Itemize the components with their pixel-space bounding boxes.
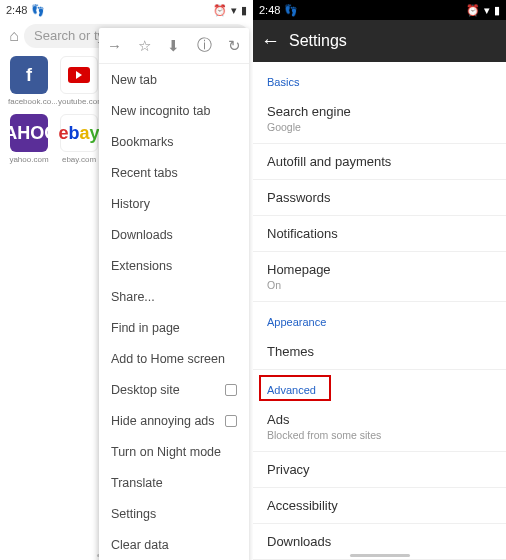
menu-translate[interactable]: Translate xyxy=(99,467,249,498)
alarm-icon: ⏰ xyxy=(213,4,227,17)
setting-sub: On xyxy=(267,279,492,291)
yahoo-icon: YAHOO! xyxy=(10,114,48,152)
home-icon[interactable]: ⌂ xyxy=(4,27,24,45)
setting-sub: Google xyxy=(267,121,492,133)
menu-desktop-site[interactable]: Desktop site xyxy=(99,374,249,405)
section-appearance: Appearance xyxy=(253,302,506,334)
menu-find-in-page[interactable]: Find in page xyxy=(99,312,249,343)
status-time: 2:48 xyxy=(259,4,280,16)
menu-downloads[interactable]: Downloads xyxy=(99,219,249,250)
tile-youtube[interactable]: youtube.com xyxy=(58,56,100,106)
wifi-icon: ▾ xyxy=(231,4,237,17)
section-basics: Basics xyxy=(253,62,506,94)
setting-sub: Blocked from some sites xyxy=(267,429,492,441)
tile-ebay[interactable]: ebay ebay.com xyxy=(58,114,100,164)
setting-title: Search engine xyxy=(267,104,492,119)
menu-recent-tabs[interactable]: Recent tabs xyxy=(99,157,249,188)
setting-notifications[interactable]: Notifications xyxy=(253,216,506,252)
tile-label: ebay.com xyxy=(58,155,100,164)
checkbox-icon[interactable] xyxy=(225,384,237,396)
status-bar-right: 2:48 👣 ⏰ ▾ ▮ xyxy=(253,0,506,20)
menu-bookmarks[interactable]: Bookmarks xyxy=(99,126,249,157)
tile-label: facebook.co... xyxy=(8,97,50,106)
tile-yahoo[interactable]: YAHOO! yahoo.com xyxy=(8,114,50,164)
ebay-icon: ebay xyxy=(60,114,98,152)
checkbox-icon[interactable] xyxy=(225,415,237,427)
facebook-icon: f xyxy=(10,56,48,94)
setting-title: Ads xyxy=(267,412,492,427)
settings-title: Settings xyxy=(289,32,347,50)
alarm-icon: ⏰ xyxy=(466,4,480,17)
menu-history[interactable]: History xyxy=(99,188,249,219)
back-icon[interactable]: ← xyxy=(261,30,289,52)
forward-icon[interactable]: → xyxy=(107,37,122,54)
info-icon[interactable]: ⓘ xyxy=(197,36,212,55)
menu-new-tab[interactable]: New tab xyxy=(99,64,249,95)
wifi-icon: ▾ xyxy=(484,4,490,17)
menu-hide-ads[interactable]: Hide annoying ads xyxy=(99,405,249,436)
battery-icon: ▮ xyxy=(241,4,247,17)
menu-share[interactable]: Share... xyxy=(99,281,249,312)
nav-pill xyxy=(350,554,410,557)
menu-night-mode[interactable]: Turn on Night mode xyxy=(99,436,249,467)
setting-homepage[interactable]: Homepage On xyxy=(253,252,506,302)
setting-ads[interactable]: Ads Blocked from some sites xyxy=(253,402,506,452)
menu-new-incognito[interactable]: New incognito tab xyxy=(99,95,249,126)
menu-settings[interactable]: Settings xyxy=(99,498,249,529)
setting-themes[interactable]: Themes xyxy=(253,334,506,370)
battery-icon: ▮ xyxy=(494,4,500,17)
menu-clear-data[interactable]: Clear data xyxy=(99,529,249,560)
overflow-menu: → ☆ ⬇ ⓘ ↻ New tab New incognito tab Book… xyxy=(99,28,249,560)
youtube-icon xyxy=(60,56,98,94)
settings-header: ← Settings xyxy=(253,20,506,62)
tile-label: yahoo.com xyxy=(8,155,50,164)
tile-facebook[interactable]: f facebook.co... xyxy=(8,56,50,106)
setting-search-engine[interactable]: Search engine Google xyxy=(253,94,506,144)
reload-icon[interactable]: ↻ xyxy=(228,37,241,55)
setting-accessibility[interactable]: Accessibility xyxy=(253,488,506,524)
setting-title: Homepage xyxy=(267,262,492,277)
setting-privacy[interactable]: Privacy xyxy=(253,452,506,488)
star-icon[interactable]: ☆ xyxy=(138,37,151,55)
tile-label: youtube.com xyxy=(58,97,100,106)
setting-autofill[interactable]: Autofill and payments xyxy=(253,144,506,180)
menu-extensions[interactable]: Extensions xyxy=(99,250,249,281)
section-advanced: Advanced xyxy=(253,370,506,402)
status-glyph-left: 👣 xyxy=(31,4,45,17)
menu-add-home[interactable]: Add to Home screen xyxy=(99,343,249,374)
status-time: 2:48 xyxy=(6,4,27,16)
setting-passwords[interactable]: Passwords xyxy=(253,180,506,216)
status-glyph-left: 👣 xyxy=(284,4,298,17)
status-bar-left: 2:48 👣 ⏰ ▾ ▮ xyxy=(0,0,253,20)
download-icon[interactable]: ⬇ xyxy=(167,37,180,55)
